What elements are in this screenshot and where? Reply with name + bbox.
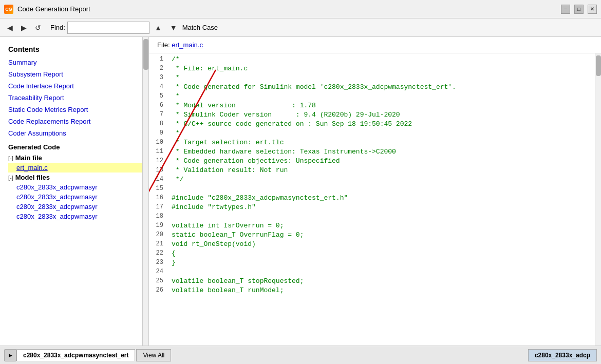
line-number: 2 bbox=[149, 65, 167, 74]
line-content: * File: ert_main.c bbox=[167, 65, 594, 74]
line-number: 9 bbox=[149, 129, 167, 139]
code-line: 18 bbox=[149, 213, 594, 222]
sidebar-item-code-replacements[interactable]: Code Replacements Report bbox=[0, 116, 148, 127]
main-file-collapse[interactable]: [-] Main file bbox=[0, 153, 148, 163]
search-input[interactable] bbox=[67, 22, 149, 34]
code-line: 20static boolean_T OverrunFlag = 0; bbox=[149, 231, 594, 240]
line-content: { bbox=[167, 250, 594, 259]
sidebar-item-static-code-metrics[interactable]: Static Code Metrics Report bbox=[0, 104, 148, 116]
line-content: * C/C++ source code generated on : Sun S… bbox=[167, 120, 594, 129]
main-file-indent: ert_main.c bbox=[8, 163, 148, 173]
code-line: 10 * Target selection: ert.tlc bbox=[149, 139, 594, 148]
code-line: 8 * C/C++ source code generated on : Sun… bbox=[149, 120, 594, 129]
line-content: void rt_OneStep(void) bbox=[167, 240, 594, 250]
code-line: 17#include "rtwtypes.h" bbox=[149, 203, 594, 213]
model-file-1[interactable]: c280x_2833x_adcpwmasyr bbox=[8, 192, 148, 202]
sidebar-scrollbar-thumb[interactable] bbox=[143, 39, 148, 70]
back-button[interactable]: ◀ bbox=[4, 22, 16, 34]
bottom-bar: ▶ c280x_2833x_adcpwmasynctest_ert View A… bbox=[0, 346, 601, 364]
line-content: * bbox=[167, 129, 594, 139]
code-line: 14 */ bbox=[149, 176, 594, 185]
line-number: 13 bbox=[149, 166, 167, 176]
line-content: * Simulink Coder version : 9.4 (R2020b) … bbox=[167, 111, 594, 120]
line-content: * bbox=[167, 92, 594, 102]
line-content bbox=[167, 268, 594, 277]
app-icon: CG bbox=[4, 5, 13, 14]
sidebar-item-traceability-report[interactable]: Traceability Report bbox=[0, 92, 148, 104]
refresh-button[interactable]: ↺ bbox=[32, 22, 44, 34]
model-file-0[interactable]: c280x_2833x_adcpwmasyr bbox=[8, 182, 148, 192]
code-lines-container: 1/*2 * File: ert_main.c3 *4 * Code gener… bbox=[149, 55, 594, 296]
line-content: * Code generation objectives: Unspecifie… bbox=[167, 157, 594, 166]
code-line: 16#include "c280x_2833x_adcpwmasynctest_… bbox=[149, 194, 594, 203]
code-line: 4 * Code generated for Simulink model 'c… bbox=[149, 83, 594, 92]
sidebar-item-summary[interactable]: Summary bbox=[0, 56, 148, 68]
title-bar: CG Code Generation Report − □ ✕ bbox=[0, 0, 601, 18]
sidebar-scroll[interactable]: Contents Summary Subsystem Report Code I… bbox=[0, 37, 148, 346]
line-number: 25 bbox=[149, 277, 167, 286]
model-files-label: Model files bbox=[15, 174, 50, 181]
line-number: 6 bbox=[149, 102, 167, 111]
bottom-tab-active[interactable]: c280x_2833x_adcpwmasynctest_ert bbox=[16, 349, 135, 361]
line-content: volatile boolean_T runModel; bbox=[167, 286, 594, 296]
find-up-button[interactable]: ▲ bbox=[152, 22, 165, 34]
sidebar-item-code-interface-report[interactable]: Code Interface Report bbox=[0, 80, 148, 92]
bottom-tab-right[interactable]: c280x_2833x_adcp bbox=[528, 349, 597, 361]
code-line: 5 * bbox=[149, 92, 594, 102]
sidebar-item-coder-assumptions[interactable]: Coder Assumptions bbox=[0, 127, 148, 139]
line-number: 26 bbox=[149, 286, 167, 296]
content-scrollbar-thumb[interactable] bbox=[596, 55, 601, 76]
window-controls: − □ ✕ bbox=[561, 5, 597, 14]
line-content: volatile boolean_T stopRequested; bbox=[167, 277, 594, 286]
close-button[interactable]: ✕ bbox=[588, 5, 597, 14]
line-number: 1 bbox=[149, 55, 167, 65]
main-file-label: Main file bbox=[15, 154, 42, 162]
content-area: File: ert_main.c 1/*2 * File: ert_main.c… bbox=[149, 37, 601, 346]
line-content: */ bbox=[167, 176, 594, 185]
line-number: 19 bbox=[149, 222, 167, 231]
content-scrollbar-track bbox=[595, 53, 601, 346]
model-files-collapse[interactable]: [-] Model files bbox=[0, 173, 148, 182]
bottom-left-button[interactable]: ▶ bbox=[4, 349, 16, 361]
bottom-view-all-button[interactable]: View All bbox=[136, 349, 171, 361]
line-content: * Model version : 1.78 bbox=[167, 102, 594, 111]
code-line: 2 * File: ert_main.c bbox=[149, 65, 594, 74]
forward-button[interactable]: ▶ bbox=[18, 22, 30, 34]
code-line: 25volatile boolean_T stopRequested; bbox=[149, 277, 594, 286]
model-file-2[interactable]: c280x_2833x_adcpwmasyr bbox=[8, 202, 148, 212]
line-number: 14 bbox=[149, 176, 167, 185]
line-content: * Target selection: ert.tlc bbox=[167, 139, 594, 148]
line-content: * Validation result: Not run bbox=[167, 166, 594, 176]
line-content bbox=[167, 213, 594, 222]
ert-main-file-link[interactable]: ert_main.c bbox=[8, 163, 148, 173]
main-layout: Contents Summary Subsystem Report Code I… bbox=[0, 37, 601, 346]
code-line: 6 * Model version : 1.78 bbox=[149, 102, 594, 111]
generated-code-label: Generated Code bbox=[0, 139, 148, 153]
line-content bbox=[167, 185, 594, 194]
model-file-3[interactable]: c280x_2833x_adcpwmasyr bbox=[8, 212, 148, 221]
line-number: 5 bbox=[149, 92, 167, 102]
code-view[interactable]: 1/*2 * File: ert_main.c3 *4 * Code gener… bbox=[149, 53, 601, 346]
collapse-icon[interactable]: [-] bbox=[8, 155, 13, 161]
match-case-label[interactable]: Match Case bbox=[182, 24, 218, 31]
file-name-link[interactable]: ert_main.c bbox=[172, 41, 203, 49]
code-line: 22{ bbox=[149, 250, 594, 259]
line-content: * Embedded hardware selection: Texas Ins… bbox=[167, 148, 594, 157]
line-content: /* bbox=[167, 55, 594, 65]
sidebar-item-subsystem-report[interactable]: Subsystem Report bbox=[0, 68, 148, 80]
line-content: * Code generated for Simulink model 'c28… bbox=[167, 83, 594, 92]
line-number: 24 bbox=[149, 268, 167, 277]
maximize-button[interactable]: □ bbox=[574, 5, 584, 14]
code-line: 13 * Validation result: Not run bbox=[149, 166, 594, 176]
line-number: 17 bbox=[149, 203, 167, 213]
minimize-button[interactable]: − bbox=[561, 5, 570, 14]
line-content: } bbox=[167, 259, 594, 268]
line-number: 18 bbox=[149, 213, 167, 222]
line-number: 12 bbox=[149, 157, 167, 166]
line-number: 15 bbox=[149, 185, 167, 194]
code-line: 24 bbox=[149, 268, 594, 277]
line-number: 7 bbox=[149, 111, 167, 120]
code-line: 1/* bbox=[149, 55, 594, 65]
find-down-button[interactable]: ▼ bbox=[167, 22, 180, 34]
model-files-collapse-icon[interactable]: [-] bbox=[8, 175, 13, 181]
